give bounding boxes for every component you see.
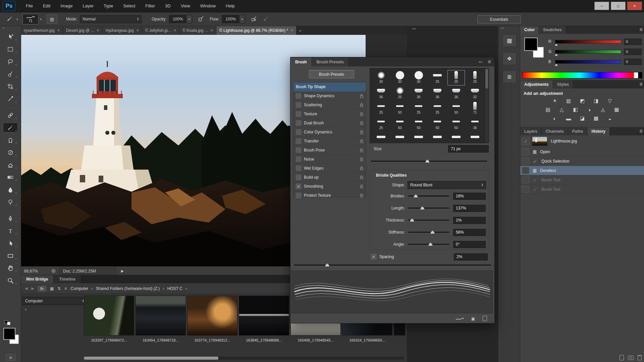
menu-layer[interactable]: Layer xyxy=(78,0,99,12)
collapse-toolbar-icon[interactable]: » xyxy=(0,25,21,31)
create-new-brush-icon[interactable] xyxy=(483,316,487,321)
brush-tip-preset[interactable]: 25 xyxy=(448,70,465,85)
document-size-field[interactable]: Doc: 2.25M/2.25M xyxy=(59,267,116,275)
setting-checkbox[interactable]: ✓ xyxy=(296,184,301,189)
document-tab[interactable]: Hydrangeas.jpg× xyxy=(103,26,142,35)
setting-checkbox[interactable] xyxy=(296,93,301,99)
slider-track[interactable] xyxy=(408,232,449,233)
close-tab-icon[interactable]: × xyxy=(211,28,213,33)
opacity-value[interactable]: 100% xyxy=(169,15,186,23)
panel-menu-icon[interactable]: ≣ xyxy=(639,27,643,32)
brush-setting-texture[interactable]: Texture xyxy=(293,110,366,119)
tab-swatches[interactable]: Swatches xyxy=(539,26,566,34)
menu-edit[interactable]: Edit xyxy=(38,0,55,12)
color-lookup-icon[interactable]: ▦ xyxy=(612,106,621,113)
spacing-checkbox[interactable]: ✓ xyxy=(371,254,376,259)
color-balance-icon[interactable]: △ xyxy=(557,106,566,113)
mode-dropdown[interactable]: Normal ▲ ▼ xyxy=(80,15,142,23)
close-tab-icon[interactable]: × xyxy=(97,28,99,33)
brush-tip-preset[interactable] xyxy=(391,132,408,143)
slider-track[interactable] xyxy=(408,220,449,221)
setting-checkbox[interactable] xyxy=(296,147,301,153)
channel-mixer-icon[interactable]: ◬ xyxy=(599,106,607,113)
quick-mask-button[interactable]: ◎ xyxy=(6,354,15,361)
navigation-pod-select[interactable]: Computer ▲ ▼ xyxy=(22,297,87,305)
setting-checkbox[interactable] xyxy=(296,111,301,117)
panel-menu-icon[interactable]: ≣ xyxy=(639,129,643,133)
gradient-tool[interactable] xyxy=(3,173,17,182)
threshold-icon[interactable]: ◪ xyxy=(578,115,587,122)
setting-checkbox[interactable] xyxy=(296,157,301,162)
setting-checkbox[interactable] xyxy=(296,175,301,180)
brush-setting-brush-tip-shape[interactable]: Brush Tip Shape xyxy=(293,82,366,92)
setting-checkbox[interactable] xyxy=(296,166,301,171)
chevron-down-icon[interactable]: ▼ xyxy=(40,18,42,20)
tab-layers[interactable]: Layers xyxy=(520,127,542,135)
brush-tip-preset[interactable]: 36 xyxy=(429,86,446,101)
shape-dropdown[interactable]: Round Blunt ▲ ▼ xyxy=(408,181,486,189)
set-history-source-well[interactable] xyxy=(522,186,529,193)
pod-expander-icon[interactable]: ▾ xyxy=(25,308,26,311)
flow-dropdown-icon[interactable]: ▼ xyxy=(239,15,245,23)
close-tab-icon[interactable]: × xyxy=(174,28,176,33)
brush-tip-preset[interactable]: 25 xyxy=(410,101,427,116)
exposure-icon[interactable]: ◨ xyxy=(592,97,600,105)
brush-tip-preset[interactable] xyxy=(467,132,483,143)
type-tool[interactable]: T xyxy=(3,226,17,235)
history-state[interactable]: Quick Selection xyxy=(520,157,644,166)
quick-selection-tool[interactable] xyxy=(3,69,17,78)
brush-tip-preset[interactable]: 50 xyxy=(448,117,465,131)
file-thumbnail[interactable] xyxy=(187,296,237,336)
file-thumbnail[interactable] xyxy=(136,296,186,336)
photo-filter-icon[interactable]: ◑ xyxy=(585,106,594,113)
channel-value-field[interactable]: 0 xyxy=(624,49,642,55)
menu-view[interactable]: View xyxy=(176,0,195,12)
tab-history[interactable]: History xyxy=(587,127,609,135)
channel-value-field[interactable]: 0 xyxy=(624,39,642,45)
slider-thumb[interactable] xyxy=(555,64,558,66)
navigator-panel-icon[interactable]: ❖ xyxy=(502,52,517,65)
slider-track[interactable] xyxy=(408,195,449,197)
marquee-tool[interactable] xyxy=(3,45,17,54)
channel-slider[interactable] xyxy=(555,50,621,54)
pen-tool[interactable] xyxy=(3,214,17,223)
channel-slider[interactable] xyxy=(555,60,621,64)
path-selection-tool[interactable] xyxy=(3,239,17,248)
close-tab-icon[interactable]: × xyxy=(137,28,139,33)
brush-tip-preset[interactable]: 50 xyxy=(391,101,408,116)
brush-tip-preset[interactable]: 50 xyxy=(410,117,427,131)
scrollbar-thumb[interactable] xyxy=(485,69,488,88)
brush-tip-preset[interactable] xyxy=(448,132,465,143)
airbrush-icon[interactable] xyxy=(251,16,257,23)
zoom-level[interactable]: 66,67% xyxy=(24,269,44,274)
properties-panel-icon[interactable]: ≣ xyxy=(502,70,517,83)
move-tool[interactable] xyxy=(3,32,17,41)
levels-icon[interactable]: ▥ xyxy=(564,97,573,105)
zoom-tool[interactable] xyxy=(3,276,17,285)
brush-preset-picker[interactable]: 71 xyxy=(22,14,39,24)
gradient-map-icon[interactable]: ◒ xyxy=(605,115,614,122)
set-history-source-well[interactable] xyxy=(522,176,529,183)
brush-tip-preset[interactable] xyxy=(373,132,389,143)
slider-thumb[interactable] xyxy=(555,44,558,46)
slider-track[interactable] xyxy=(408,244,449,245)
crop-tool[interactable] xyxy=(3,82,17,91)
curves-icon[interactable]: ◩ xyxy=(578,97,587,105)
maximize-button[interactable]: □ xyxy=(611,2,626,10)
menu-3d[interactable]: 3D xyxy=(160,0,176,12)
close-tab-icon[interactable]: × xyxy=(57,28,60,33)
channel-slider[interactable] xyxy=(555,40,621,44)
histogram-panel-icon[interactable]: ▦ xyxy=(502,34,517,47)
invert-icon[interactable]: ◐ xyxy=(550,115,559,122)
workspace-switcher-button[interactable]: Essentials xyxy=(477,15,521,23)
close-button[interactable]: × xyxy=(627,2,642,10)
brush-setting-protect-texture[interactable]: Protect Texture xyxy=(293,191,366,200)
tab-brush[interactable]: Brush xyxy=(290,58,312,66)
set-history-source-well[interactable] xyxy=(522,167,529,174)
live-tip-preview-icon[interactable] xyxy=(455,317,464,321)
tablet-pressure-opacity-icon[interactable] xyxy=(198,16,204,23)
brush-tip-preset[interactable]: 36 xyxy=(467,117,483,131)
new-snapshot-icon[interactable] xyxy=(628,356,634,360)
document-tab[interactable]: rysanthemum.jpg× xyxy=(21,26,63,35)
setting-checkbox[interactable] xyxy=(296,102,301,108)
